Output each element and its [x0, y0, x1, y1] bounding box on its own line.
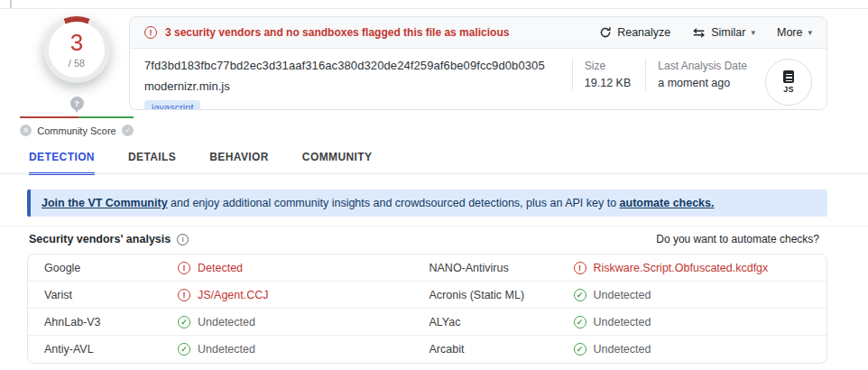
document-icon — [783, 70, 794, 83]
detection-score-widget: 3 / 58 ? ✕ Community Score ✓ — [20, 14, 134, 136]
scale-negative-segment — [20, 116, 78, 118]
join-community-link[interactable]: Join the VT Community — [42, 197, 168, 209]
file-summary-card: ! 3 security vendors and no sandboxes fl… — [129, 16, 827, 110]
result-text: Undetected — [594, 343, 651, 356]
score-text: 3 / 58 — [43, 16, 110, 83]
vendor-result: ! ✓ Riskware.Script.Obfuscated.kcdfgx — [574, 262, 769, 274]
similar-icon — [692, 27, 706, 39]
section-divider — [0, 226, 868, 227]
detection-warning: ! 3 security vendors and no sandboxes fl… — [144, 26, 509, 39]
last-analysis-label: Last Analysis Date — [658, 60, 747, 72]
report-tabs: DETECTION DETAILS BEHAVIOR COMMUNITY — [29, 151, 372, 175]
result-text: Undetected — [198, 343, 255, 356]
vendors-analysis-table: Google ! ✓ Detected NANO-Antivirus ! ✓ R… — [27, 254, 827, 364]
analysis-title: Security vendors' analysis i — [29, 233, 189, 245]
result-text: Undetected — [198, 316, 255, 328]
check-icon: ✓ — [178, 343, 190, 356]
vendor-name: NANO-Antivirus — [429, 262, 574, 274]
alert-icon: ! — [574, 262, 586, 274]
top-edge-tick — [10, 0, 12, 8]
file-name: modernizr.min.js — [144, 79, 572, 93]
vendor-result: ! ✓ Undetected — [574, 289, 651, 301]
similar-button[interactable]: Similar ▾ — [692, 26, 755, 39]
vendor-name: Arcabit — [429, 343, 574, 356]
vendor-row-varist: Varist ! ✓ JS/Agent.CCJ — [28, 282, 428, 309]
virustotal-file-report: 3 / 58 ? ✕ Community Score ✓ ! 3 securit… — [0, 0, 868, 370]
vote-harmless-icon[interactable]: ✓ — [122, 125, 134, 136]
vendor-result: ! ✓ Undetected — [574, 343, 651, 356]
last-analysis-value: a moment ago — [658, 77, 747, 89]
score-value: 3 — [70, 31, 83, 54]
vendor-row-google: Google ! ✓ Detected — [28, 254, 428, 282]
vendor-name: Antiy-AVL — [44, 343, 178, 356]
vendor-row-alyac: ALYac ! ✓ Undetected — [428, 309, 827, 336]
analysis-header: Security vendors' analysis i Do you want… — [29, 233, 819, 245]
score-total: / 58 — [69, 58, 85, 69]
tab-details[interactable]: DETAILS — [128, 151, 176, 175]
result-text: Riskware.Script.Obfuscated.kcdfgx — [594, 262, 769, 274]
vendor-result: ! ✓ Undetected — [178, 343, 255, 356]
vendor-name: Google — [44, 262, 178, 274]
check-icon: ✓ — [574, 289, 586, 301]
vendor-name: AhnLab-V3 — [44, 316, 178, 328]
vendor-row-acronis: Acronis (Static ML) ! ✓ Undetected — [428, 282, 827, 309]
vendor-result: ! ✓ JS/Agent.CCJ — [178, 289, 269, 301]
analysis-title-text: Security vendors' analysis — [29, 233, 171, 245]
banner-text: and enjoy additional community insights … — [168, 197, 620, 209]
tab-community[interactable]: COMMUNITY — [302, 151, 373, 175]
vendor-result: ! ✓ Detected — [178, 262, 243, 274]
chevron-down-icon: ▾ — [808, 28, 812, 37]
automate-checks-prompt[interactable]: Do you want to automate checks? — [656, 233, 819, 245]
size-label: Size — [585, 60, 631, 72]
more-label: More — [777, 26, 802, 39]
vote-malicious-icon[interactable]: ✕ — [20, 125, 32, 136]
result-text: JS/Agent.CCJ — [198, 289, 269, 301]
last-analysis-block: Last Analysis Date a moment ago — [645, 59, 762, 90]
file-type-label: JS — [783, 85, 794, 94]
size-value: 19.12 KB — [585, 77, 631, 89]
info-icon[interactable]: i — [177, 234, 189, 245]
check-icon: ✓ — [178, 316, 190, 328]
file-type-badge: JS — [765, 59, 812, 106]
vendor-name: Varist — [44, 289, 178, 301]
card-body: 7fd3bd183fbc77bd2ec3d31aaf316ac380d320de… — [130, 49, 826, 110]
result-text: Undetected — [594, 289, 651, 301]
vendor-name: ALYac — [429, 316, 574, 328]
automate-checks-link[interactable]: automate checks. — [620, 197, 715, 209]
similar-label: Similar — [711, 26, 745, 39]
alert-icon: ! — [178, 262, 190, 274]
vt-community-banner: Join the VT Community and enjoy addition… — [27, 190, 827, 217]
community-score-scale — [20, 116, 134, 118]
result-text: Detected — [198, 262, 243, 274]
vendor-row-antiy-avl: Antiy-AVL ! ✓ Undetected — [28, 336, 428, 363]
vendor-row-nano-antivirus: NANO-Antivirus ! ✓ Riskware.Script.Obfus… — [428, 254, 827, 282]
vendor-row-ahnlab-v3: AhnLab-V3 ! ✓ Undetected — [28, 309, 428, 336]
vendor-row-arcabit: Arcabit ! ✓ Undetected — [428, 336, 827, 363]
scale-positive-segment — [78, 116, 134, 118]
warning-text: 3 security vendors and no sandboxes flag… — [165, 26, 509, 39]
reanalyze-button[interactable]: Reanalyze — [599, 26, 670, 39]
tag-javascript[interactable]: javascript — [144, 100, 200, 110]
tabs-underline — [0, 173, 868, 174]
chevron-down-icon: ▾ — [751, 28, 755, 37]
alert-icon: ! — [178, 289, 190, 301]
reanalyze-label: Reanalyze — [617, 26, 670, 39]
detection-score-gauge: 3 / 58 — [43, 16, 110, 83]
refresh-icon — [599, 26, 612, 39]
vendor-result: ! ✓ Undetected — [178, 316, 255, 328]
community-score-pin-icon[interactable]: ? — [70, 97, 84, 110]
vendor-name: Acronis (Static ML) — [429, 289, 574, 301]
file-hash: 7fd3bd183fbc77bd2ec3d31aaf316ac380d320de… — [144, 59, 572, 72]
card-header: ! 3 security vendors and no sandboxes fl… — [130, 17, 826, 49]
tab-behavior[interactable]: BEHAVIOR — [209, 151, 269, 175]
size-block: Size 19.12 KB — [572, 59, 645, 90]
result-text: Undetected — [594, 316, 651, 328]
top-divider — [0, 8, 868, 9]
header-actions: Reanalyze Similar ▾ More ▾ — [599, 26, 812, 39]
tab-detection[interactable]: DETECTION — [29, 151, 95, 175]
community-score-label: Community Score — [37, 125, 115, 136]
file-identity: 7fd3bd183fbc77bd2ec3d31aaf316ac380d320de… — [144, 59, 572, 110]
file-meta: Size 19.12 KB Last Analysis Date a momen… — [572, 59, 812, 110]
more-button[interactable]: More ▾ — [777, 26, 812, 39]
alert-icon: ! — [144, 26, 157, 39]
